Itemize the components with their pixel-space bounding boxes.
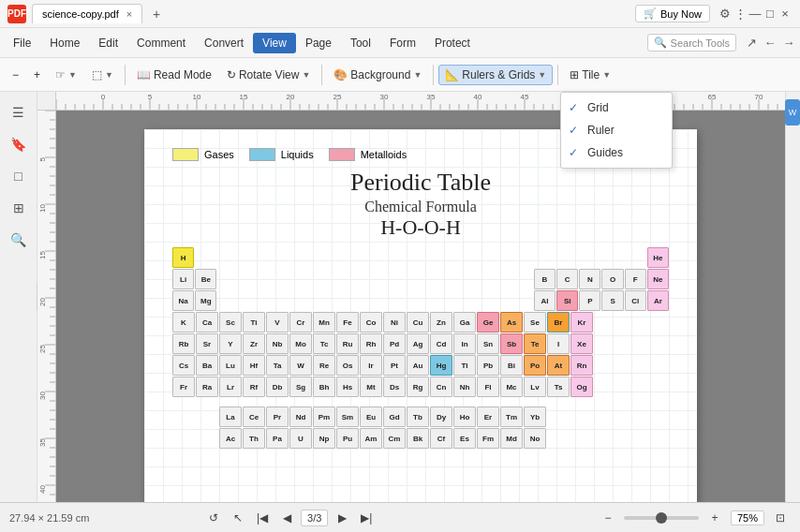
menu-edit[interactable]: Edit bbox=[89, 33, 127, 53]
menu-convert[interactable]: Convert bbox=[195, 33, 253, 53]
page-indicator[interactable]: 3/3 bbox=[301, 510, 328, 526]
element-Bk: Bk bbox=[407, 428, 429, 449]
element-Cr: Cr bbox=[289, 312, 312, 332]
tab-science-copy[interactable]: science-copy.pdf × bbox=[32, 4, 142, 23]
tile-label: Tile bbox=[582, 68, 600, 81]
titlebar: PDF science-copy.pdf × + 🛒 Buy Now ⚙ ⋮ —… bbox=[0, 0, 800, 28]
element-Ru: Ru bbox=[336, 333, 359, 354]
element-La: La bbox=[219, 406, 242, 427]
close-tab-button[interactable]: × bbox=[126, 8, 132, 20]
element-O: O bbox=[601, 269, 623, 289]
maximize-button[interactable]: □ bbox=[763, 7, 778, 22]
element-Nb: Nb bbox=[266, 333, 289, 354]
sidebar-icon-bookmark[interactable]: 🔖 bbox=[6, 131, 32, 157]
rulers-grids-button[interactable]: 📐 Rulers & Grids ▼ bbox=[438, 65, 553, 85]
menu-form[interactable]: Form bbox=[380, 33, 425, 53]
element-Cs: Cs bbox=[172, 355, 195, 376]
formula-value: H-O-O-H bbox=[172, 215, 669, 240]
external-link-icon[interactable]: ↗ bbox=[744, 36, 759, 51]
sidebar-icon-search[interactable]: 🔍 bbox=[6, 227, 32, 253]
menu-page[interactable]: Page bbox=[296, 33, 341, 53]
tile-button[interactable]: ⊞ Tile ▼ bbox=[563, 65, 617, 85]
grid-check-icon: ✓ bbox=[569, 101, 582, 114]
settings-icon[interactable]: ⚙ bbox=[718, 7, 733, 22]
element-Db: Db bbox=[266, 377, 289, 397]
page-title: Periodic Table bbox=[172, 169, 669, 197]
element-Cn: Cn bbox=[430, 377, 452, 397]
element-He: He bbox=[647, 247, 669, 268]
element-Tb: Tb bbox=[407, 406, 429, 427]
menu-comment[interactable]: Comment bbox=[127, 33, 195, 53]
read-mode-button[interactable]: 📖 Read Mode bbox=[130, 65, 218, 85]
element-Pu: Pu bbox=[336, 428, 359, 449]
periodic-table: H He Li Be bbox=[172, 247, 669, 449]
buy-now-button[interactable]: 🛒 Buy Now bbox=[635, 5, 710, 22]
element-Y: Y bbox=[219, 333, 242, 354]
sidebar-icon-menu[interactable]: ☰ bbox=[6, 99, 32, 126]
element-Np: Np bbox=[313, 428, 335, 449]
zoom-in-button[interactable]: + bbox=[27, 65, 47, 85]
pdf-container[interactable]: Gases Liquids Metalloids Periodic Table … bbox=[56, 111, 785, 502]
element-Ac: Ac bbox=[219, 428, 242, 449]
zoom-out-button[interactable]: − bbox=[6, 65, 25, 85]
more-options-icon[interactable]: ⋮ bbox=[733, 7, 748, 22]
zoom-out-status-button[interactable]: − bbox=[598, 508, 618, 528]
element-Pa: Pa bbox=[266, 428, 289, 449]
fit-page-button[interactable]: ⊡ bbox=[770, 508, 791, 528]
menu-home[interactable]: Home bbox=[40, 33, 89, 53]
new-tab-button[interactable]: + bbox=[146, 4, 167, 24]
element-Pm: Pm bbox=[313, 406, 335, 427]
prev-page-button[interactable]: ◀ bbox=[276, 508, 297, 528]
element-Zr: Zr bbox=[243, 333, 265, 354]
element-Sc: Sc bbox=[219, 312, 242, 332]
legend-metalloid-label: Metalloids bbox=[361, 149, 407, 160]
zoom-percentage[interactable]: 75% bbox=[731, 510, 764, 525]
element-Sr: Sr bbox=[196, 333, 218, 354]
hand-tool-button[interactable]: ☞ ▼ bbox=[49, 65, 83, 85]
menu-file[interactable]: File bbox=[4, 33, 40, 53]
next-page-button[interactable]: ▶ bbox=[332, 508, 352, 528]
menu-tool[interactable]: Tool bbox=[341, 33, 380, 53]
search-tools-box[interactable]: 🔍 Search Tools bbox=[647, 34, 736, 52]
sidebar-icon-pages[interactable]: □ bbox=[6, 163, 32, 189]
right-sidebar-icon[interactable]: W bbox=[785, 99, 800, 126]
element-As: As bbox=[500, 312, 523, 332]
rotate-label: Rotate View bbox=[239, 68, 299, 81]
horizontal-ruler bbox=[56, 92, 785, 111]
dropdown-item-guides[interactable]: ✓ Guides bbox=[561, 141, 672, 164]
grid-label: Grid bbox=[587, 101, 609, 114]
element-Br: Br bbox=[547, 312, 570, 332]
ptable-row-3: Na Mg Al Si P S Cl Ar bbox=[172, 290, 669, 311]
element-Ne: Ne bbox=[647, 269, 669, 289]
back-icon[interactable]: ← bbox=[763, 36, 778, 51]
element-K: K bbox=[172, 312, 195, 332]
content-area: Gases Liquids Metalloids Periodic Table … bbox=[37, 92, 785, 502]
right-sidebar: W bbox=[785, 92, 800, 502]
dropdown-item-ruler[interactable]: ✓ Ruler bbox=[561, 119, 672, 141]
select-tool-button[interactable]: ⬚ ▼ bbox=[85, 65, 120, 85]
forward-icon[interactable]: → bbox=[781, 36, 796, 51]
element-Al: Al bbox=[534, 290, 556, 311]
minimize-button[interactable]: — bbox=[748, 7, 763, 22]
cursor-mode-button[interactable]: ↖ bbox=[228, 508, 248, 528]
element-Ca: Ca bbox=[196, 312, 218, 332]
last-page-button[interactable]: ▶| bbox=[356, 508, 377, 528]
element-Fr: Fr bbox=[172, 377, 195, 397]
menu-view[interactable]: View bbox=[253, 33, 296, 53]
first-page-button[interactable]: |◀ bbox=[252, 508, 273, 528]
zoom-in-status-button[interactable]: + bbox=[704, 508, 725, 528]
rotate-left-button[interactable]: ↺ bbox=[203, 508, 224, 528]
element-Fe: Fe bbox=[336, 312, 359, 332]
dropdown-item-grid[interactable]: ✓ Grid bbox=[561, 96, 672, 119]
close-window-button[interactable]: × bbox=[778, 7, 793, 22]
menu-protect[interactable]: Protect bbox=[425, 33, 480, 53]
rotate-view-button[interactable]: ↻ Rotate View ▼ bbox=[220, 65, 317, 85]
zoom-slider-thumb[interactable] bbox=[656, 512, 667, 524]
sidebar-icon-layers[interactable]: ⊞ bbox=[6, 195, 32, 221]
hand-icon: ☞ bbox=[55, 68, 66, 81]
separator-4 bbox=[557, 65, 558, 85]
rulers-label: Rulers & Grids bbox=[462, 68, 535, 81]
element-Li: Li bbox=[172, 269, 194, 289]
zoom-slider[interactable] bbox=[624, 516, 699, 520]
background-button[interactable]: 🎨 Background ▼ bbox=[327, 65, 428, 85]
